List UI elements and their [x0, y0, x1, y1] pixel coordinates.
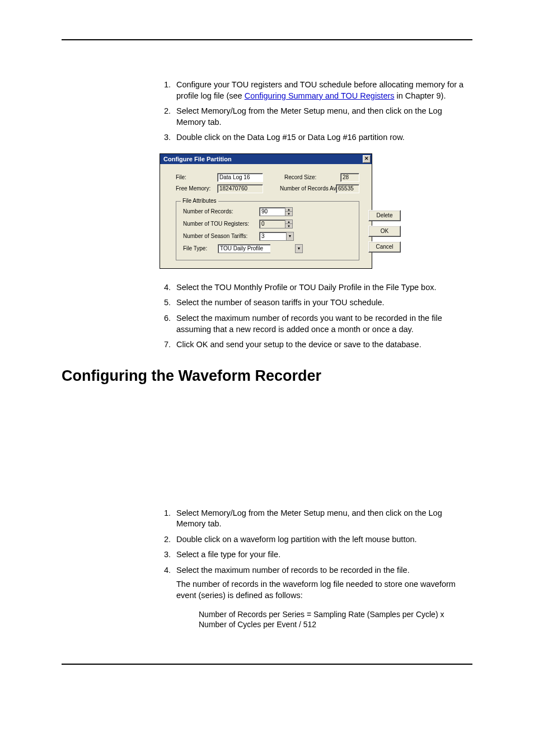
body-text-placeholder	[62, 402, 472, 508]
step-c4: Select the maximum number of records to …	[173, 565, 473, 630]
num-tou-registers-spinner[interactable]: ▲▼	[259, 220, 293, 228]
steps-block-a: Configure your TOU registers and TOU sch…	[160, 80, 473, 143]
num-season-tariffs-value: 3	[259, 232, 286, 241]
spinner-down-icon[interactable]: ▼	[285, 224, 292, 228]
num-season-tariffs-label: Number of Season Tariffs:	[183, 233, 256, 239]
record-size-field: 28	[340, 173, 359, 182]
spinner-up-icon[interactable]: ▲	[285, 208, 292, 212]
header-rule	[62, 39, 472, 40]
chevron-down-icon[interactable]: ▼	[295, 244, 303, 253]
step-c2: Double click on a waveform log partition…	[173, 534, 473, 545]
cancel-button[interactable]: Cancel	[368, 241, 401, 253]
step-b4: Select the TOU Monthly Profile or TOU Da…	[173, 282, 473, 293]
file-type-dropdown[interactable]: TOU Daily Profile	[218, 244, 270, 253]
num-records-input[interactable]	[259, 207, 285, 216]
step-a3: Double click on the Data Log #15 or Data…	[173, 132, 473, 143]
free-memory-field: 182470760	[217, 184, 263, 193]
num-tou-registers-label: Number of TOU Registers:	[183, 221, 256, 227]
file-type-value: TOU Daily Profile	[218, 244, 270, 253]
file-type-arrow-wrap[interactable]: ▼	[295, 244, 303, 253]
spinner-down-icon[interactable]: ▼	[285, 212, 292, 216]
dialog-title: Configure File Partition	[163, 156, 232, 162]
step-a1-text-b: in Chapter 9).	[395, 91, 446, 100]
dialog-configure-file-partition: Configure File Partition ✕ File: Data Lo…	[160, 153, 372, 269]
step-a2: Select Memory/Log from the Meter Setup m…	[173, 106, 473, 128]
num-tou-registers-input	[259, 220, 285, 228]
heading-configuring-waveform-recorder: Configuring the Waveform Recorder	[62, 367, 472, 385]
num-records-label: Number of Records:	[183, 208, 256, 214]
spinner-up-icon[interactable]: ▲	[285, 220, 292, 225]
link-config-summary-tou[interactable]: Configuring Summary and TOU Registers	[245, 91, 395, 100]
step-a1: Configure your TOU registers and TOU sch…	[173, 80, 473, 101]
step-c3: Select a file type for your file.	[173, 549, 473, 561]
step-c4a: Select the maximum number of records to …	[176, 566, 410, 575]
num-records-spinner[interactable]: ▲▼	[259, 207, 293, 216]
file-attributes-legend: File Attributes	[181, 198, 218, 204]
ok-button[interactable]: OK	[368, 226, 401, 237]
footer-rule	[62, 664, 472, 665]
chevron-down-icon[interactable]: ▼	[286, 232, 294, 241]
steps-block-c: Select Memory/Log from the Meter Setup m…	[160, 508, 473, 631]
step-b7: Click OK and send your setup to the devi…	[173, 339, 473, 351]
file-field[interactable]: Data Log 16	[217, 173, 263, 182]
step-c4b: The number of records in the waveform lo…	[176, 579, 473, 601]
dialog-titlebar: Configure File Partition ✕	[160, 154, 372, 164]
step-c1: Select Memory/Log from the Meter Setup m…	[173, 508, 473, 530]
record-size-label: Record Size:	[284, 174, 336, 180]
num-season-tariffs-dropdown[interactable]: 3 ▼	[259, 232, 294, 241]
num-records-avail-label: Number of Records Available:	[280, 185, 331, 192]
free-memory-label: Free Memory:	[176, 185, 213, 192]
page: Configure your TOU registers and TOU sch…	[0, 0, 534, 698]
steps-block-b: Select the TOU Monthly Profile or TOU Da…	[160, 282, 473, 351]
num-records-avail-field: 65535	[336, 184, 359, 193]
dialog-button-column: Delete OK Cancel	[368, 210, 401, 253]
delete-button[interactable]: Delete	[368, 210, 401, 221]
file-type-label: File Type:	[183, 245, 214, 251]
step-b6: Select the maximum number of records you…	[173, 313, 473, 335]
step-b5: Select the number of season tariffs in y…	[173, 297, 473, 309]
formula-records-per-series: Number of Records per Series = Sampling …	[199, 609, 473, 631]
file-label: File:	[176, 174, 213, 180]
close-icon[interactable]: ✕	[363, 155, 371, 163]
file-attributes-group: File Attributes Number of Records: ▲▼ Nu…	[176, 201, 359, 260]
